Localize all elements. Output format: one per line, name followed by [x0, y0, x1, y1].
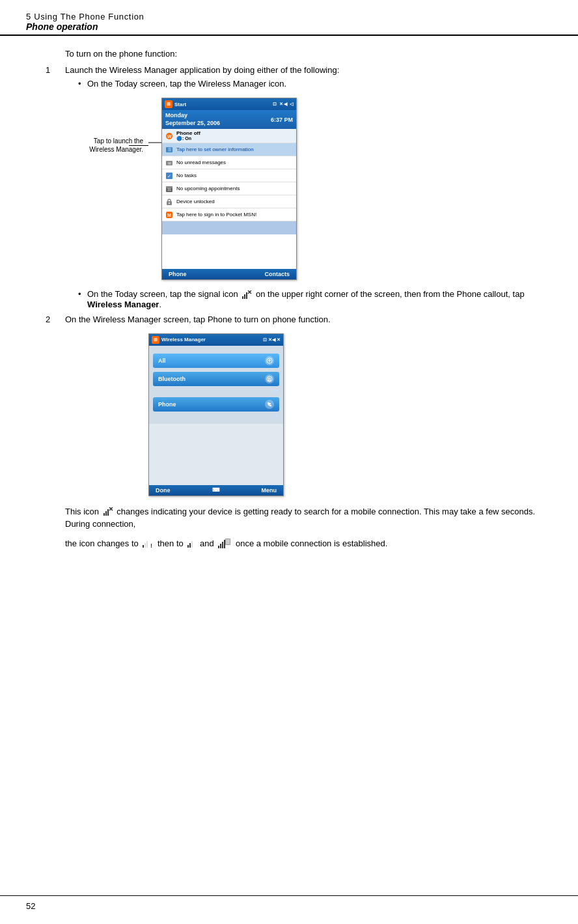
bullet-list-1: • On the Today screen, tap the Wireless … [78, 79, 552, 89]
svg-point-13 [169, 203, 170, 204]
signal-full-icon [217, 539, 232, 549]
page-number: 52 [26, 901, 35, 911]
para-icon-progression: the icon changes to ! then to [65, 537, 552, 550]
phone-date-bar: Monday September 25, 2006 6:37 PM [162, 110, 296, 129]
wm-keyboard-icon: ⌨ [212, 487, 220, 493]
phone-msn-icon: M [165, 210, 174, 219]
calendar-icon: 31 [165, 185, 173, 193]
signal-1bar-svg: ! [142, 539, 154, 548]
phone-tasks-text: No tasks [176, 173, 197, 178]
para-signal-change: This icon changes indicating your device… [65, 505, 552, 531]
start-icon: ⊞ [165, 100, 172, 108]
messages-icon: ✉ [165, 159, 173, 167]
svg-rect-39 [224, 540, 225, 548]
bullet-2: • On the Today screen, tap the signal ic… [78, 289, 552, 309]
step-2-number: 2 [46, 315, 50, 324]
phone-lock-text: Device unlocked [176, 199, 215, 204]
wm-bluetooth-label: Bluetooth [158, 376, 186, 382]
signal-x-icon-inline [241, 290, 252, 300]
signal-1bar-icon: ! [142, 539, 154, 548]
page-header: 5 Using The Phone Function Phone operati… [0, 0, 578, 36]
svg-rect-38 [222, 542, 223, 548]
phone-bottom-left: Phone [169, 271, 187, 277]
wm-all-button[interactable]: All [153, 354, 279, 368]
signal-full-svg [217, 539, 232, 549]
step-2: 2 On the Wireless Manager screen, tap Ph… [65, 315, 552, 496]
signal-2bar-svg [187, 539, 196, 548]
svg-rect-25 [105, 511, 107, 516]
phone-off-icon: W [165, 132, 174, 141]
phone-lock-icon [165, 197, 174, 206]
wm-title-text: Wireless Manager [161, 337, 263, 343]
phone-off-text: Phone off 🔵: On [176, 130, 200, 141]
phone-date-left: Monday September 25, 2006 [165, 112, 220, 127]
svg-rect-33 [187, 545, 189, 548]
signal-2bar-icon [187, 539, 196, 548]
phone-msn-row: M Tap here to sign in to Pocket MSN! [162, 208, 296, 221]
phone-off-row: W Phone off 🔵: On [162, 129, 296, 143]
section-title: Phone operation [26, 21, 552, 32]
wm-menu-button[interactable]: Menu [262, 487, 277, 494]
wm-phone-icon [265, 400, 274, 409]
phone-icon-svg [266, 401, 273, 408]
phone-messages-row: ✉ No unread messages [162, 156, 296, 169]
wm-title-icons: ⊡ ✕◀ ✕ [263, 337, 281, 343]
wm-all-section: All [153, 354, 279, 368]
svg-rect-29 [143, 545, 144, 548]
phone-appointments-row: 31 No upcoming appointments [162, 182, 296, 195]
wireless-icon: W [165, 132, 173, 140]
wm-phone-button[interactable]: Phone [153, 397, 279, 412]
bullet-list-2: • On the Today screen, tap the signal ic… [78, 289, 552, 309]
svg-rect-35 [191, 541, 193, 548]
chapter-title: 5 Using The Phone Function [26, 12, 552, 21]
wm-phone-sub: off [153, 414, 279, 419]
svg-rect-31 [146, 541, 148, 548]
step-2-text: On the Wireless Manager screen, tap Phon… [65, 315, 331, 324]
msn-icon: M [165, 211, 173, 219]
phone-lock-row: Device unlocked [162, 195, 296, 208]
tasks-icon: ✓ [165, 172, 173, 180]
wm-phone-section: Phone off [153, 397, 279, 419]
phone-day: Monday [165, 112, 220, 120]
wm-all-icon [265, 356, 274, 365]
svg-text:M: M [167, 212, 171, 217]
owner-icon: ☰ [165, 146, 173, 154]
lock-icon [165, 198, 173, 206]
phone-appointments-text: No upcoming appointments [176, 186, 240, 191]
phone-bottom-area [162, 221, 296, 234]
page-container: 5 Using The Phone Function Phone operati… [0, 0, 578, 924]
phone-owner-icon: ☰ [165, 145, 174, 154]
phone-screen-today: ⊞ Start ⊡ ✕◀ ◁ Monday September 25, 2006… [161, 98, 297, 280]
svg-rect-26 [107, 509, 109, 516]
callout-line2: Wireless Manager. [89, 146, 143, 153]
phone-tasks-icon: ✓ [165, 171, 174, 180]
wm-phone-label: Phone [158, 401, 176, 408]
all-icon-svg [266, 357, 273, 364]
wm-start-icon: ⊞ [152, 336, 159, 344]
para2-then: then to [158, 539, 186, 548]
content-area: To turn on the phone function: 1 Launch … [0, 36, 578, 569]
svg-rect-17 [244, 294, 245, 299]
callout-arrow [148, 142, 161, 143]
phone-messages-icon: ✉ [165, 158, 174, 167]
phone-titlebar-1: ⊞ Start ⊡ ✕◀ ◁ [162, 98, 296, 110]
svg-rect-37 [220, 544, 221, 548]
svg-text:!: ! [150, 542, 152, 548]
wm-done-button[interactable]: Done [156, 487, 171, 494]
svg-rect-18 [246, 292, 247, 299]
svg-text:✓: ✓ [167, 173, 171, 178]
svg-text:☰: ☰ [168, 148, 171, 152]
intro-text: To turn on the phone function: [65, 49, 552, 59]
signal-x-para-svg [103, 507, 113, 516]
para1-prefix: This icon [65, 507, 102, 516]
svg-text:✉: ✉ [168, 161, 171, 165]
svg-rect-30 [144, 543, 146, 548]
para2-suffix: once a mobile connection is established. [236, 539, 387, 548]
step-list: 1 Launch the Wireless Manager applicatio… [65, 65, 552, 496]
svg-rect-34 [189, 543, 191, 548]
wm-bluetooth-button[interactable]: Bluetooth B [153, 372, 279, 386]
wm-all-label: All [158, 357, 166, 364]
para1-suffix: changes indicating your device is gettin… [65, 507, 535, 529]
callout-line1: Tap to launch the [94, 137, 143, 145]
wm-body: All [149, 346, 283, 424]
